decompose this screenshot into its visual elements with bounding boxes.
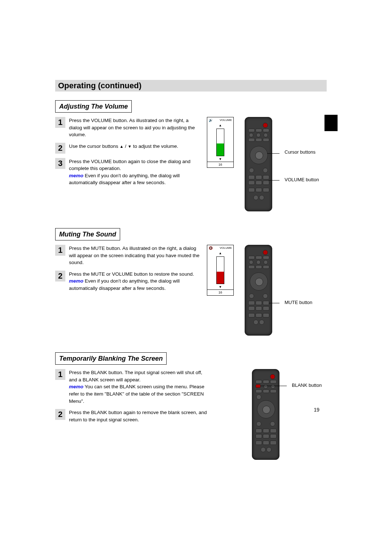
step-body: Press the VOLUME button again to close t… xyxy=(69,159,191,171)
remote-button xyxy=(256,441,262,445)
callout-mute: MUTE button xyxy=(285,299,313,306)
remote-illustration xyxy=(252,369,279,460)
remote-button xyxy=(256,256,262,259)
remote-button xyxy=(263,256,269,259)
side-tab xyxy=(324,115,338,131)
down-icon: ▼ xyxy=(128,144,132,149)
remote-button xyxy=(263,434,269,438)
remote-button xyxy=(248,181,255,185)
remote-button xyxy=(256,188,262,192)
remote-button xyxy=(248,129,255,132)
remote-button xyxy=(256,138,262,142)
memo-label: memo xyxy=(69,173,83,178)
page-title: Operating (continued) xyxy=(58,80,142,92)
step-pre: Use the cursor buttons xyxy=(69,143,120,149)
step-body: Press the BLANK button. The input signal… xyxy=(69,370,202,382)
mute-bar xyxy=(216,256,224,284)
section-title-volume: Adjusting The Volume xyxy=(55,100,132,113)
remote-illustration xyxy=(245,245,272,336)
remote-illustration xyxy=(245,117,272,211)
remote-button xyxy=(248,265,255,269)
remote-button xyxy=(256,421,261,426)
callout-volume: VOLUME button xyxy=(285,177,319,183)
remote-button xyxy=(256,265,262,269)
up-icon: ▲ xyxy=(207,251,233,256)
remote-dpad xyxy=(250,146,268,164)
dialog-label: VOLUME xyxy=(220,118,232,122)
callout-line xyxy=(267,153,279,154)
remote-button xyxy=(263,250,268,255)
blank-steps: 1 Press the BLANK button. The input sign… xyxy=(55,369,208,428)
remote-button xyxy=(271,384,275,389)
remote-button xyxy=(256,301,262,305)
memo-text: Even if you don't do anything, the dialo… xyxy=(69,278,180,291)
speaker-icon: 🔊 xyxy=(209,118,212,121)
step-text: Press the MUTE button. As illustrated on… xyxy=(69,245,200,266)
remote-button xyxy=(263,123,268,128)
remote-button xyxy=(263,138,269,142)
remote-button xyxy=(261,447,266,452)
remote-button xyxy=(263,129,269,132)
memo-label: memo xyxy=(69,384,83,389)
remote-button xyxy=(270,429,277,433)
remote-button xyxy=(270,389,277,393)
step-number: 2 xyxy=(55,409,65,420)
dialog-value: 16 xyxy=(207,289,233,295)
remote-button xyxy=(264,133,268,137)
page-number: 19 xyxy=(314,406,319,413)
remote-button xyxy=(256,260,261,264)
callout-cursor: Cursor buttons xyxy=(285,149,315,156)
remote-button xyxy=(253,195,258,200)
remote-dpad xyxy=(257,400,275,418)
remote-button xyxy=(270,434,277,438)
step-number: 1 xyxy=(55,245,65,256)
step-number: 1 xyxy=(55,117,65,128)
remote-button xyxy=(263,181,269,185)
remote-button xyxy=(263,168,268,173)
section-blank: Temporarily Blanking The Screen 1 Press … xyxy=(55,350,327,460)
volume-bar xyxy=(216,129,224,156)
volume-steps: 1 Press the VOLUME button. As illustrate… xyxy=(55,117,200,191)
remote-button xyxy=(256,133,261,137)
remote-button xyxy=(256,380,262,384)
step-body: Press the MUTE or VOLUME button to resto… xyxy=(69,271,194,277)
down-icon: ▼ xyxy=(207,157,233,162)
remote-button xyxy=(256,313,262,317)
section-mute: Muting The Sound 1 Press the MUTE button… xyxy=(55,226,327,336)
remote-button xyxy=(249,260,253,264)
remote-button xyxy=(259,195,264,200)
step-number: 1 xyxy=(55,369,65,380)
remote-button xyxy=(264,260,268,264)
step-post: to adjust the volume. xyxy=(132,143,178,149)
callout-line xyxy=(261,386,287,386)
step-number: 2 xyxy=(55,143,65,154)
remote-button xyxy=(266,447,271,452)
remote-button xyxy=(263,441,269,445)
slash: / xyxy=(123,143,127,149)
remote-button xyxy=(256,389,262,393)
remote-dpad xyxy=(250,272,268,291)
page-header: Operating (continued) xyxy=(55,80,327,92)
step-text: Press the BLANK button. The input signal… xyxy=(69,369,208,405)
remote-button xyxy=(248,313,255,317)
remote-button xyxy=(263,429,269,433)
callout-line xyxy=(269,180,279,181)
mute-steps: 1 Press the MUTE button. As illustrated … xyxy=(55,245,200,296)
remote-button xyxy=(256,384,261,388)
step-number: 3 xyxy=(55,158,65,169)
step-text: Press the VOLUME button again to close t… xyxy=(69,158,200,186)
remote-button xyxy=(249,168,254,173)
remote-button xyxy=(253,320,258,325)
section-title-mute: Muting The Sound xyxy=(55,228,120,240)
memo-text: You can set the BLANK screen using the m… xyxy=(69,384,204,404)
step-text: Press the BLANK button again to remove t… xyxy=(69,409,208,423)
remote-button xyxy=(248,306,255,311)
callout-line xyxy=(269,303,279,303)
remote-button xyxy=(256,394,261,400)
remote-button xyxy=(259,320,264,325)
remote-button xyxy=(263,380,269,384)
volume-dialog: 🔊VOLUME ▲ ▼ 16 xyxy=(207,117,238,168)
remote-button xyxy=(256,175,262,179)
section-title-blank: Temporarily Blanking The Screen xyxy=(55,352,167,365)
remote-button xyxy=(263,313,269,317)
